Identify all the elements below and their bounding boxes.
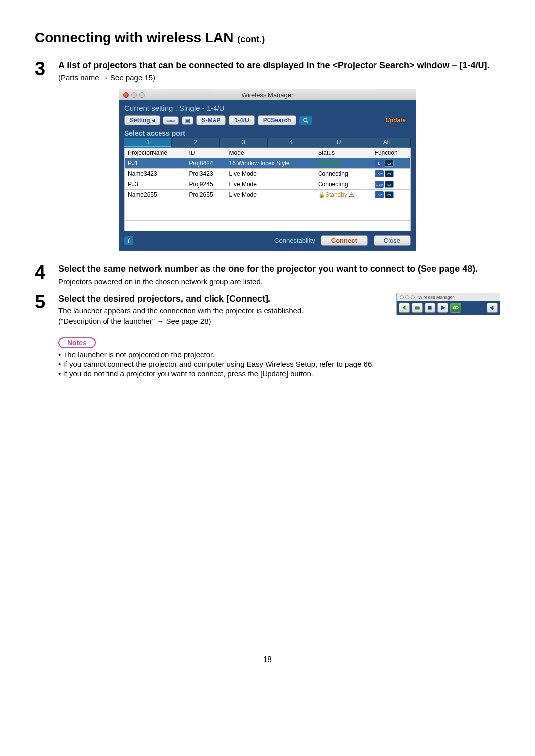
connect-button[interactable]: Connect (321, 235, 368, 246)
live-icon: Live (375, 191, 384, 198)
notes-section: Notes The launcher is not projected on t… (58, 337, 500, 378)
smap-button[interactable]: S-MAP (196, 115, 226, 125)
svg-point-6 (453, 306, 456, 309)
connectability-link[interactable]: Connectability (274, 237, 315, 244)
one-four-u-button[interactable]: 1-4/U (229, 115, 254, 125)
table-row (125, 210, 411, 221)
live-icon: L (375, 160, 384, 167)
screen-icon: ▭ (385, 181, 394, 188)
chevron-left-icon: ◂ (152, 117, 155, 124)
launcher-stop-button[interactable] (425, 303, 435, 313)
col-id[interactable]: ID (186, 148, 226, 158)
launcher-play-button[interactable] (437, 303, 448, 313)
setting-button[interactable]: Setting◂ (124, 115, 160, 125)
cell-function: Live▭ (372, 179, 410, 190)
cell-id: Proj3423 (186, 169, 226, 179)
cell-function: Live▭ (372, 169, 410, 179)
notes-item: If you cannot connect the projector and … (58, 359, 500, 369)
setting-button-label: Setting (130, 117, 150, 124)
zoom-icon[interactable] (411, 295, 415, 299)
col-status[interactable]: Status (315, 148, 372, 158)
close-icon[interactable] (123, 92, 129, 98)
port-tab-4[interactable]: 4 (268, 138, 315, 147)
cell-status: Standby (315, 158, 372, 169)
table-row[interactable]: Name3423 Proj3423 Live Mode Connecting L… (125, 169, 411, 179)
screen-icon: ▭ (385, 160, 394, 167)
step-4-title: Select the same network number as the on… (58, 263, 500, 275)
info-icon[interactable]: i (124, 236, 133, 245)
cell-mode: Live Mode (226, 179, 315, 190)
port-tab-2[interactable]: 2 (172, 138, 219, 147)
layout-icon: ▭▭ (166, 118, 175, 123)
projector-icon: ▣ (185, 118, 190, 123)
notes-item: If you do not find a projector you want … (58, 369, 500, 378)
table-row[interactable]: PJ3 Proj9245 Live Mode Connecting Live▭ (125, 179, 411, 190)
update-button[interactable]: Update (380, 116, 411, 125)
live-icon: Live (375, 181, 384, 188)
port-tabs: 1 2 3 4 U All (124, 138, 411, 148)
step-5-number: 5 (35, 293, 58, 311)
col-projector-name[interactable]: ProjectorName (125, 148, 186, 158)
status-badge: Standby (318, 160, 341, 167)
step-3-title: A list of projectors that can be connect… (58, 59, 500, 71)
close-icon[interactable] (400, 295, 404, 299)
device-button[interactable]: ▣ (182, 116, 193, 125)
lock-icon: 🔒 (318, 191, 325, 198)
svg-rect-4 (428, 306, 431, 309)
current-setting-label: Current setting : Single - 1-4/U (124, 103, 411, 115)
launcher-toolbar (397, 301, 500, 315)
port-tab-3[interactable]: 3 (220, 138, 268, 147)
search-icon (303, 117, 309, 123)
table-row (125, 200, 411, 210)
launcher-titlebar: Wireless Manager (397, 293, 500, 301)
close-button[interactable]: Close (374, 235, 411, 246)
step-3-sub: (Parts name → See page 15) (58, 73, 500, 82)
col-mode[interactable]: Mode (226, 148, 315, 158)
minimize-icon[interactable] (405, 295, 409, 299)
table-row[interactable]: Name2655 Proj2655 Live Mode 🔒Standby ⚠ L… (125, 190, 411, 200)
cell-name: PJ3 (125, 179, 186, 190)
table-row[interactable]: PJ1 Proj8424 16 Window Index Style Stand… (125, 158, 411, 169)
search-button[interactable] (299, 116, 312, 125)
launcher-title: Wireless Manager (418, 295, 454, 300)
step-4-number: 4 (35, 263, 58, 282)
status-badge: Standby (325, 191, 347, 198)
svg-point-7 (456, 306, 458, 309)
cell-function: Live▭ (372, 190, 410, 200)
title-rule (35, 50, 500, 50)
launcher-link-button[interactable] (450, 303, 461, 313)
live-icon: Live (375, 170, 384, 177)
page-number: 18 (35, 655, 500, 664)
cell-id: Proj8424 (186, 158, 226, 169)
notes-list: The launcher is not projected on the pro… (58, 350, 500, 378)
table-row (125, 221, 411, 231)
col-function[interactable]: Function (372, 148, 410, 158)
cell-status: 🔒Standby ⚠ (315, 190, 372, 200)
window-traffic-lights (123, 92, 145, 98)
page-title: Connecting with wireless LAN (cont.) (35, 30, 500, 46)
cell-status: Connecting (315, 179, 372, 190)
launcher-prev-button[interactable] (399, 303, 410, 313)
minimize-icon[interactable] (131, 92, 137, 98)
svg-rect-3 (415, 306, 420, 309)
svg-line-1 (307, 121, 308, 123)
pcsearch-button[interactable]: PCSearch (258, 115, 297, 125)
step-5-sub1: The launcher appears and the connection … (58, 306, 386, 315)
screen-icon: ▭ (385, 191, 394, 198)
port-tab-1[interactable]: 1 (124, 138, 172, 147)
zoom-icon[interactable] (139, 92, 145, 98)
view-toggle-button[interactable]: ▭▭ (163, 116, 179, 125)
launcher-volume-button[interactable] (487, 303, 498, 313)
cell-function: L▭ (372, 158, 410, 169)
svg-marker-2 (402, 305, 405, 310)
step-3: 3 A list of projectors that can be conne… (35, 59, 500, 82)
port-tab-u[interactable]: U (315, 138, 363, 147)
warn-icon: ⚠ (349, 191, 354, 198)
launcher-camera-button[interactable] (412, 303, 423, 313)
projector-table: ProjectorName ID Mode Status Function PJ… (124, 148, 411, 231)
page-title-cont: (cont.) (237, 34, 265, 44)
wireless-manager-window: Wireless Manager Current setting : Singl… (119, 89, 416, 251)
projector-table-body: PJ1 Proj8424 16 Window Index Style Stand… (125, 158, 411, 231)
port-tab-all[interactable]: All (363, 138, 411, 147)
step-5-sub2: ("Description of the launcher" → See pag… (58, 317, 386, 325)
